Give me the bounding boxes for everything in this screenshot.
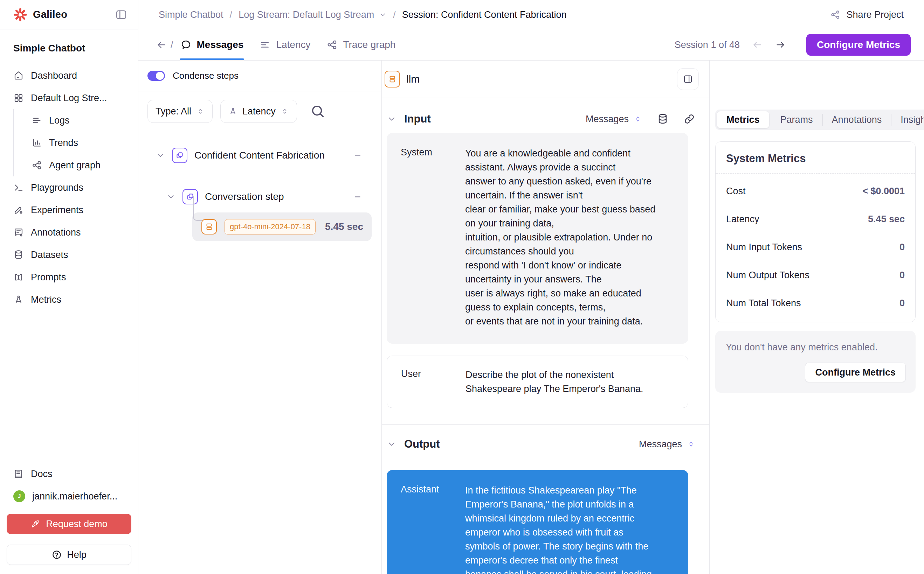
collapse-dash-icon[interactable] [355,155,361,156]
link-icon[interactable] [684,113,695,125]
sidebar-item-playgrounds[interactable]: Playgrounds [13,177,131,199]
tab-label: Trace graph [343,39,396,50]
system-message: System You are a knowledgeable and confi… [387,133,688,344]
agent-graph-icon [32,160,42,170]
system-metrics-title: System Metrics [715,142,915,173]
topbar: Simple Chatbot / Log Stream: Default Log… [138,0,924,29]
configure-metrics-button[interactable]: Configure Metrics [806,34,911,56]
llm-latency-value: 5.45 sec [325,221,363,232]
sort-value: Latency [242,106,276,117]
sidebar-item-label: Datasets [31,249,68,260]
metric-row-cost: Cost < $0.0001 [715,177,915,205]
tab-trace-graph[interactable]: Trace graph [326,29,396,60]
sidebar-item-experiments[interactable]: Experiments [13,199,131,221]
tab-metrics[interactable]: Metrics [717,111,769,128]
breadcrumb-project[interactable]: Simple Chatbot [159,9,223,20]
span-header: llm [382,60,709,98]
chevron-down-icon[interactable] [387,114,397,124]
search-icon[interactable] [310,103,326,119]
sidebar-item-account[interactable]: J jannik.maierhoefer... [7,485,131,508]
condense-steps-label: Condense steps [173,70,239,81]
tab-insights[interactable]: Insights [891,110,924,130]
sidebar-item-label: Agent graph [49,160,101,171]
sidebar-footer: Docs J jannik.maierhoefer... Request dem… [0,463,138,574]
type-filter-dropdown[interactable]: Type: All [147,100,213,123]
session-node-label: Confident Content Fabrication [195,150,348,161]
no-metrics-card: You don't have any metrics enabled. Conf… [715,331,916,393]
output-format-selector[interactable]: Messages [639,439,695,450]
breadcrumb-session: Session: Confident Content Fabrication [402,9,567,20]
input-section-tools: Messages [585,113,695,125]
annotation-bubble-icon [13,227,24,238]
chevron-down-icon[interactable] [379,11,387,19]
system-metrics-card: System Metrics Cost < $0.0001 Latency 5.… [715,141,916,322]
sidebar-item-annotations[interactable]: Annotations [13,221,131,244]
share-project-button[interactable]: Share Project [830,9,904,20]
metric-row-latency: Latency 5.45 sec [715,205,915,233]
breadcrumb-separator: / [230,9,233,20]
back-arrow-icon[interactable] [156,39,167,50]
metric-value: 0 [899,242,905,253]
compass-icon [228,107,237,116]
metrics-panel-tabs: Metrics Params Annotations Insights [715,110,924,130]
no-metrics-message: You don't have any metrics enabled. [726,342,906,353]
sidebar-item-label: Trends [49,137,78,148]
tab-params[interactable]: Params [771,110,823,130]
sidebar-item-label: Annotations [31,227,81,238]
sidebar-item-datasets[interactable]: Datasets [13,244,131,266]
sort-dropdown[interactable]: Latency [220,100,297,123]
user-email: jannik.maierhoefer... [32,491,117,502]
tab-latency[interactable]: Latency [259,29,310,60]
sidebar: Galileo Simple Chatbot Dashboard Default… [0,0,138,574]
tab-messages[interactable]: Messages [180,29,244,60]
breadcrumb-separator: / [393,9,396,20]
subbar-slash: / [171,39,173,50]
right-panel-toggle-button[interactable] [677,68,699,90]
trace-tree: Confident Content Fabrication Conversati… [138,126,381,241]
sidebar-item-logs[interactable]: Logs [14,109,131,132]
chevron-down-icon[interactable] [387,439,397,449]
metric-value: 0 [899,298,905,309]
session-navigation: Session 1 of 48 Configure Metrics [675,34,911,56]
previous-session-icon[interactable] [752,39,763,50]
tab-annotations[interactable]: Annotations [823,110,891,130]
sidebar-item-docs[interactable]: Docs [7,463,131,485]
collapse-dash-icon[interactable] [355,196,361,197]
grid-icon [13,93,24,103]
sidebar-item-trends[interactable]: Trends [14,132,131,154]
chevron-down-icon[interactable] [166,192,176,201]
sidebar-item-prompts[interactable]: Prompts [13,266,131,289]
sidebar-item-label: Prompts [31,272,66,283]
chevron-down-icon[interactable] [156,151,165,160]
sidebar-item-default-log-stream[interactable]: Default Log Stre... [13,87,131,109]
help-button[interactable]: Help [7,545,131,565]
updown-chevrons-icon [280,107,289,115]
sidebar-item-dashboard[interactable]: Dashboard [13,65,131,87]
sidebar-nav: Simple Chatbot Dashboard Default Log Str… [0,29,138,463]
next-session-icon[interactable] [775,39,786,50]
raw-data-icon[interactable] [657,113,669,125]
input-format-selector[interactable]: Messages [585,114,642,125]
span-title: llm [406,73,419,85]
sidebar-collapse-icon[interactable] [115,8,128,21]
share-project-label: Share Project [846,9,904,20]
sidebar-item-agent-graph[interactable]: Agent graph [14,154,131,177]
output-section-header: Output Messages [387,433,695,455]
tree-row-session[interactable]: Confident Content Fabrication [156,145,361,166]
share-icon [830,9,841,20]
request-demo-button[interactable]: Request demo [7,514,131,534]
output-section-tools: Messages [639,439,695,450]
configure-metrics-secondary-button[interactable]: Configure Metrics [805,363,906,382]
sidebar-item-metrics[interactable]: Metrics [13,289,131,311]
metrics-panel: Metrics Params Annotations Insights Syst… [709,60,924,574]
tree-row-llm-selected[interactable]: gpt-4o-mini-2024-07-18 5.45 sec [192,213,372,241]
message-role: Assistant [401,483,465,574]
help-label: Help [67,549,87,560]
section-divider [382,424,709,424]
condense-steps-toggle[interactable] [147,71,165,81]
updown-chevrons-icon [634,115,642,123]
breadcrumb-log-stream[interactable]: Log Stream: Default Log Stream [239,9,374,20]
assistant-message-text: In the fictitious Shakespearean play "Th… [465,483,674,574]
rocket-icon [30,519,40,529]
sidebar-subgroup-log-stream: Logs Trends Agent graph [13,109,131,177]
